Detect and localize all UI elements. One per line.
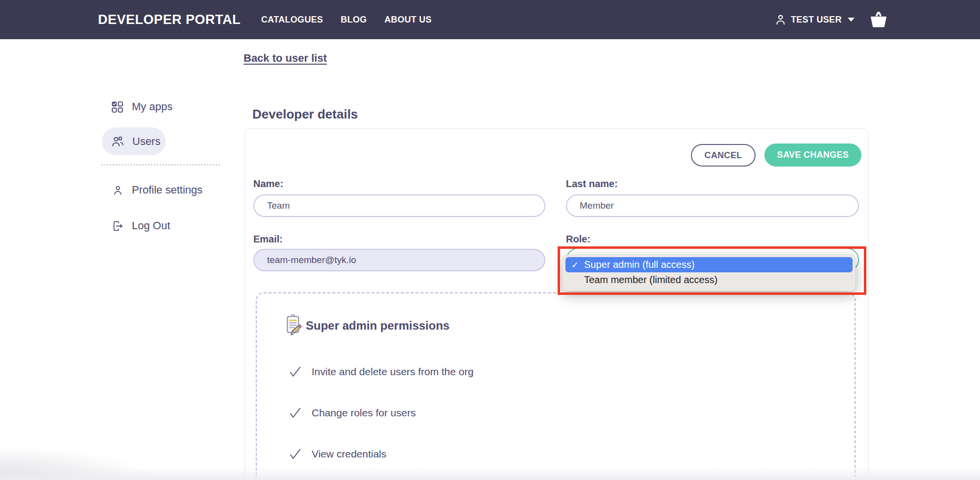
sidebar-item-log-out[interactable]: Log Out — [112, 216, 170, 236]
page-title: Developer details — [252, 107, 358, 122]
cancel-button[interactable]: CANCEL — [691, 144, 756, 167]
last-name-label: Last name: — [566, 178, 618, 190]
header-user-area: TEST USER — [774, 0, 889, 39]
name-field[interactable] — [253, 194, 545, 217]
sidebar-divider — [101, 164, 220, 166]
memo-pencil-icon — [284, 314, 305, 336]
main-nav: CATALOGUES BLOG ABOUT US — [261, 0, 432, 39]
basket-icon[interactable] — [868, 10, 889, 29]
check-icon — [288, 364, 303, 379]
role-option-label: Team member (limited access) — [584, 274, 717, 286]
users-icon — [111, 135, 124, 148]
role-option-team-member[interactable]: Team member (limited access) — [565, 272, 853, 288]
screen: DEVELOPER PORTAL CATALOGUES BLOG ABOUT U… — [0, 0, 980, 480]
selected-check-icon: ✓ — [571, 260, 584, 270]
nav-item-catalogues[interactable]: CATALOGUES — [261, 15, 323, 25]
sidebar-item-my-apps[interactable]: My apps — [111, 97, 172, 117]
logout-icon — [112, 220, 124, 232]
chevron-down-icon — [848, 18, 855, 22]
check-icon — [288, 447, 303, 461]
back-to-user-list-link[interactable]: Back to user list — [244, 52, 327, 65]
sidebar-item-label: Users — [132, 135, 160, 148]
save-changes-button[interactable]: SAVE CHANGES — [764, 144, 861, 167]
role-option-super-admin[interactable]: ✓ Super admin (full access) — [565, 257, 853, 272]
sidebar-item-label: Log Out — [132, 219, 170, 232]
nav-item-about-us[interactable]: ABOUT US — [385, 15, 432, 25]
sidebar-item-label: My apps — [132, 100, 172, 113]
user-menu-dropdown[interactable]: TEST USER — [774, 13, 855, 26]
user-icon — [774, 13, 787, 26]
email-label: Email: — [253, 234, 283, 245]
permissions-title: Super admin permissions — [306, 319, 449, 333]
name-label: Name: — [253, 178, 283, 190]
apps-grid-icon — [111, 100, 124, 114]
profile-icon — [112, 184, 124, 196]
permissions-header: Super admin permissions — [284, 314, 449, 336]
role-option-label: Super admin (full access) — [584, 259, 695, 270]
nav-item-blog[interactable]: BLOG — [341, 15, 367, 25]
last-name-field[interactable] — [566, 194, 859, 217]
permission-item: Invite and delete users from the org — [288, 364, 473, 380]
sidebar-item-users[interactable]: Users — [102, 127, 166, 155]
permission-item: View credentials — [288, 446, 387, 462]
check-icon — [288, 406, 303, 420]
bottom-fade — [0, 467, 980, 480]
permission-item: Change roles for users — [288, 405, 416, 421]
sidebar-item-label: Profile settings — [132, 184, 202, 196]
role-label: Role: — [566, 234, 590, 245]
user-menu-label: TEST USER — [791, 15, 842, 25]
top-nav-bar: DEVELOPER PORTAL CATALOGUES BLOG ABOUT U… — [0, 0, 980, 39]
portal-logo[interactable]: DEVELOPER PORTAL — [98, 0, 241, 39]
email-field[interactable] — [253, 249, 545, 271]
role-dropdown-menu: ✓ Super admin (full access) Team member … — [563, 255, 856, 291]
sidebar-item-profile-settings[interactable]: Profile settings — [112, 180, 202, 200]
